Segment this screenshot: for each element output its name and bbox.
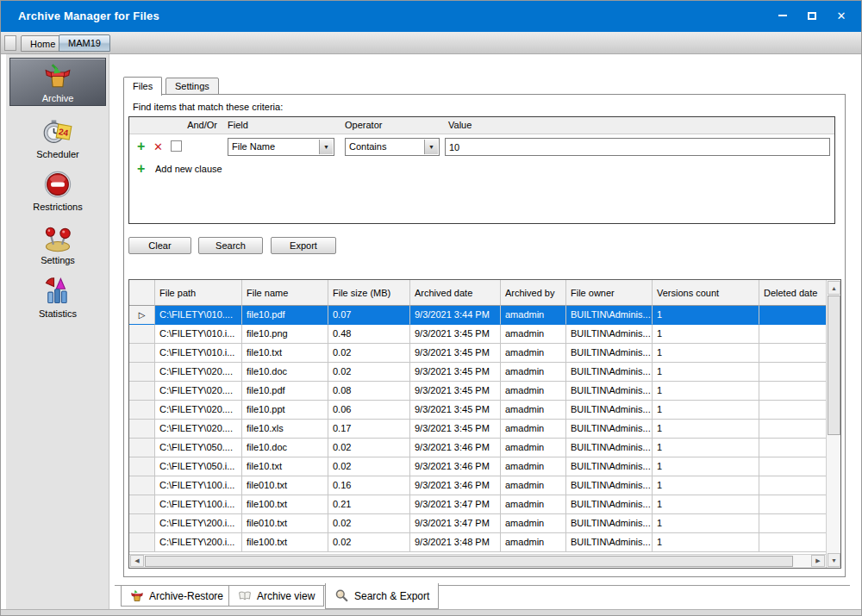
row-selector[interactable] bbox=[129, 514, 155, 533]
table-cell[interactable]: 9/3/2021 3:45 PM bbox=[410, 344, 501, 363]
tab-strip-grip[interactable] bbox=[4, 35, 16, 51]
row-selector[interactable] bbox=[129, 382, 155, 401]
table-row[interactable]: ▷C:\FILETY\010....file10.pdf0.079/3/2021… bbox=[129, 306, 826, 325]
table-cell[interactable]: file10.txt bbox=[242, 457, 328, 476]
table-cell[interactable]: BUILTIN\Adminis... bbox=[566, 363, 653, 382]
row-selector[interactable] bbox=[129, 476, 155, 495]
table-cell[interactable]: file10.pdf bbox=[242, 382, 328, 401]
table-cell[interactable]: 0.02 bbox=[328, 439, 410, 457]
table-cell[interactable]: amadmin bbox=[501, 401, 566, 420]
table-cell[interactable]: file10.ppt bbox=[242, 401, 328, 420]
add-clause-icon[interactable]: + bbox=[137, 140, 145, 153]
table-cell[interactable]: BUILTIN\Adminis... bbox=[566, 306, 653, 325]
table-cell[interactable]: file10.txt bbox=[242, 344, 328, 363]
scroll-right-icon[interactable]: ▶ bbox=[811, 555, 825, 567]
table-cell[interactable]: amadmin bbox=[501, 457, 566, 476]
remove-clause-icon[interactable]: ✕ bbox=[153, 140, 163, 154]
table-cell[interactable]: 1 bbox=[653, 344, 759, 363]
table-cell[interactable]: 0.16 bbox=[328, 476, 410, 495]
table-cell[interactable]: 1 bbox=[653, 457, 759, 476]
table-cell[interactable]: BUILTIN\Adminis... bbox=[566, 533, 653, 552]
clause-checkbox[interactable] bbox=[171, 140, 182, 152]
table-cell[interactable]: file10.xls bbox=[242, 420, 328, 439]
table-cell[interactable]: BUILTIN\Adminis... bbox=[566, 401, 653, 420]
row-selector[interactable]: ▷ bbox=[129, 306, 155, 325]
table-cell[interactable]: file100.txt bbox=[242, 533, 328, 552]
scroll-left-icon[interactable]: ◀ bbox=[130, 555, 144, 567]
table-cell[interactable]: C:\FILETY\100.i... bbox=[155, 476, 242, 495]
table-cell[interactable]: 0.07 bbox=[328, 306, 410, 325]
table-cell[interactable]: amadmin bbox=[501, 382, 566, 401]
search-button[interactable]: Search bbox=[198, 237, 263, 254]
table-cell[interactable]: BUILTIN\Adminis... bbox=[566, 495, 653, 514]
row-selector[interactable] bbox=[129, 457, 155, 476]
table-row[interactable]: C:\FILETY\020....file10.xls0.179/3/2021 … bbox=[129, 420, 826, 439]
chevron-down-icon[interactable]: ▼ bbox=[424, 140, 438, 154]
minimize-button[interactable] bbox=[771, 6, 794, 25]
table-cell[interactable] bbox=[759, 476, 826, 495]
vertical-scrollbar[interactable]: ▲ ▼ bbox=[826, 280, 840, 568]
table-cell[interactable]: 0.48 bbox=[328, 325, 410, 344]
table-cell[interactable]: file100.txt bbox=[242, 495, 328, 514]
column-header[interactable]: Versions count bbox=[653, 280, 759, 306]
close-button[interactable]: ✕ bbox=[830, 6, 853, 25]
sidebar-item-archive[interactable]: Archive bbox=[9, 58, 106, 106]
table-cell[interactable]: 1 bbox=[653, 401, 759, 420]
table-cell[interactable]: BUILTIN\Adminis... bbox=[566, 457, 653, 476]
table-cell[interactable]: amadmin bbox=[501, 306, 566, 325]
tab-search-export[interactable]: Search & Export bbox=[325, 583, 439, 609]
table-cell[interactable]: BUILTIN\Adminis... bbox=[566, 514, 653, 533]
horizontal-scrollbar-thumb[interactable] bbox=[145, 556, 793, 567]
table-cell[interactable]: C:\FILETY\020.... bbox=[155, 363, 242, 382]
table-row[interactable]: C:\FILETY\200.i...file100.txt0.029/3/202… bbox=[129, 533, 826, 552]
table-cell[interactable]: C:\FILETY\100.i... bbox=[155, 495, 242, 514]
table-cell[interactable]: C:\FILETY\200.i... bbox=[155, 533, 242, 552]
table-cell[interactable]: file10.png bbox=[242, 325, 328, 344]
table-cell[interactable]: 1 bbox=[653, 514, 759, 533]
table-cell[interactable]: amadmin bbox=[501, 495, 566, 514]
table-cell[interactable] bbox=[759, 514, 826, 533]
table-row[interactable]: C:\FILETY\200.i...file010.txt0.029/3/202… bbox=[129, 514, 826, 533]
table-cell[interactable]: C:\FILETY\020.... bbox=[155, 401, 242, 420]
table-cell[interactable]: 9/3/2021 3:45 PM bbox=[410, 420, 501, 439]
table-cell[interactable]: 1 bbox=[653, 476, 759, 495]
table-cell[interactable]: 1 bbox=[653, 325, 759, 344]
row-selector[interactable] bbox=[129, 363, 155, 382]
table-cell[interactable]: amadmin bbox=[501, 476, 566, 495]
column-header[interactable]: File path bbox=[155, 280, 242, 306]
sidebar-item-scheduler[interactable]: 24 Scheduler bbox=[6, 116, 109, 159]
clear-button[interactable]: Clear bbox=[128, 237, 191, 254]
table-cell[interactable] bbox=[759, 439, 826, 457]
horizontal-scrollbar[interactable]: ◀ ▶ bbox=[129, 554, 826, 568]
table-cell[interactable]: C:\FILETY\200.i... bbox=[155, 514, 242, 533]
column-header[interactable]: Archived date bbox=[410, 280, 501, 306]
column-header[interactable]: File size (MB) bbox=[328, 280, 410, 306]
table-row[interactable]: C:\FILETY\020....file10.ppt0.069/3/2021 … bbox=[129, 401, 826, 420]
table-cell[interactable]: 0.02 bbox=[328, 344, 410, 363]
row-selector[interactable] bbox=[129, 495, 155, 514]
tab-files[interactable]: Files bbox=[123, 77, 162, 96]
column-header[interactable]: Deleted date bbox=[759, 280, 826, 306]
table-cell[interactable]: C:\FILETY\020.... bbox=[155, 420, 242, 439]
sidebar-item-statistics[interactable]: Statistics bbox=[6, 276, 109, 319]
table-row[interactable]: C:\FILETY\020....file10.pdf0.089/3/2021 … bbox=[129, 382, 826, 401]
table-cell[interactable]: amadmin bbox=[501, 439, 566, 457]
table-cell[interactable]: 1 bbox=[653, 306, 759, 325]
table-cell[interactable] bbox=[759, 457, 826, 476]
table-row[interactable]: C:\FILETY\050....file10.doc0.029/3/2021 … bbox=[129, 439, 826, 457]
field-dropdown[interactable]: File Name ▼ bbox=[228, 138, 334, 156]
table-cell[interactable] bbox=[759, 420, 826, 439]
table-cell[interactable] bbox=[759, 533, 826, 552]
table-cell[interactable] bbox=[759, 306, 826, 325]
scroll-up-icon[interactable]: ▲ bbox=[828, 281, 840, 295]
table-cell[interactable]: 9/3/2021 3:46 PM bbox=[410, 476, 501, 495]
tab-settings[interactable]: Settings bbox=[166, 78, 219, 95]
table-cell[interactable]: 9/3/2021 3:45 PM bbox=[410, 363, 501, 382]
table-cell[interactable]: C:\FILETY\010.... bbox=[155, 306, 242, 325]
table-cell[interactable]: 9/3/2021 3:45 PM bbox=[410, 401, 501, 420]
table-cell[interactable]: BUILTIN\Adminis... bbox=[566, 420, 653, 439]
row-selector[interactable] bbox=[129, 533, 155, 552]
table-cell[interactable]: 9/3/2021 3:46 PM bbox=[410, 439, 501, 457]
table-cell[interactable]: file10.doc bbox=[242, 363, 328, 382]
tab-archive-restore[interactable]: Archive-Restore bbox=[121, 586, 233, 607]
